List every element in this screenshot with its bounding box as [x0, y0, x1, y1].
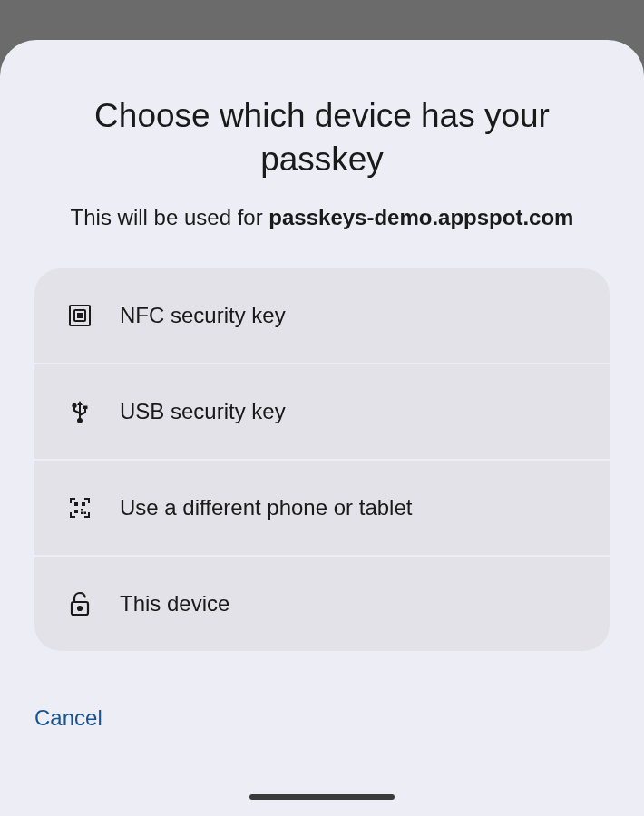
- passkey-device-sheet: Choose which device has your passkey Thi…: [0, 40, 644, 816]
- option-usb-security-key[interactable]: USB security key: [34, 364, 610, 461]
- option-different-phone-tablet[interactable]: Use a different phone or tablet: [34, 461, 610, 557]
- qr-icon: [67, 495, 93, 520]
- lock-open-icon: [67, 591, 93, 617]
- svg-rect-7: [84, 512, 87, 515]
- cancel-button[interactable]: Cancel: [34, 695, 102, 742]
- option-label: This device: [120, 591, 229, 617]
- svg-rect-6: [81, 509, 83, 511]
- svg-rect-8: [81, 512, 83, 515]
- home-indicator[interactable]: [249, 794, 395, 800]
- svg-point-10: [78, 607, 82, 610]
- device-options-list: NFC security key USB security key: [34, 268, 610, 651]
- option-nfc-security-key[interactable]: NFC security key: [34, 268, 610, 364]
- option-label: USB security key: [120, 399, 286, 424]
- nfc-icon: [67, 303, 93, 328]
- subtitle-prefix: This will be used for: [71, 205, 269, 229]
- sheet-title: Choose which device has your passkey: [34, 94, 610, 181]
- usb-icon: [67, 399, 93, 424]
- svg-rect-5: [74, 510, 78, 513]
- option-label: Use a different phone or tablet: [120, 495, 412, 520]
- option-this-device[interactable]: This device: [34, 557, 610, 651]
- option-label: NFC security key: [120, 303, 286, 328]
- svg-rect-2: [78, 314, 82, 317]
- sheet-subtitle: This will be used for passkeys-demo.apps…: [34, 205, 610, 230]
- subtitle-domain: passkeys-demo.appspot.com: [268, 205, 573, 229]
- svg-rect-4: [82, 502, 85, 506]
- svg-rect-3: [74, 502, 78, 506]
